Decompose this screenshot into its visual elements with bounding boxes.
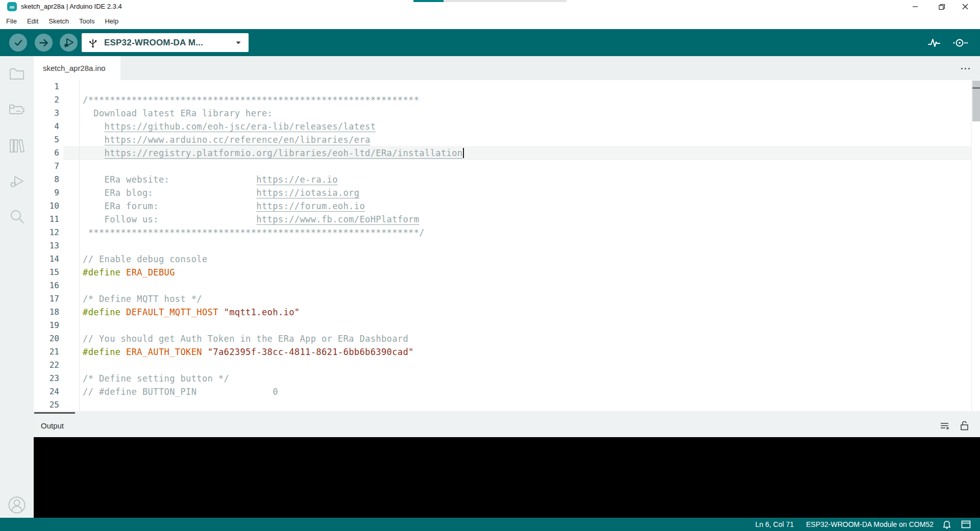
check-icon — [13, 38, 23, 48]
verify-button[interactable] — [9, 34, 27, 52]
code-line[interactable] — [83, 239, 971, 252]
code-line[interactable]: /***************************************… — [83, 93, 971, 107]
line-number[interactable]: 15 — [34, 266, 59, 279]
overview-cursor-marker — [972, 87, 980, 89]
menu-bar: File Edit Sketch Tools Help — [0, 13, 980, 29]
code-line[interactable] — [83, 80, 971, 93]
tab-sketch[interactable]: sketch_apr28a.ino — [34, 56, 120, 80]
line-number[interactable]: 22 — [34, 359, 59, 372]
line-number[interactable]: 11 — [34, 213, 59, 226]
minimize-icon — [912, 4, 918, 10]
board-port-status: ESP32-WROOM-DA Module on COM52 — [806, 520, 934, 528]
debug-button[interactable] — [60, 34, 78, 52]
line-number[interactable]: 16 — [34, 279, 59, 292]
output-console[interactable] — [34, 437, 980, 518]
editor-scrollbar[interactable] — [971, 80, 980, 411]
line-number[interactable]: 6 — [34, 146, 59, 160]
code-line[interactable]: #define ERA_DEBUG — [83, 266, 971, 279]
line-number[interactable]: 13 — [34, 239, 59, 252]
sidebar-item-debug[interactable] — [0, 163, 34, 199]
indent-guide — [79, 80, 80, 411]
board-selector-label: ESP32-WROOM-DA M... — [104, 38, 235, 48]
line-number[interactable]: 8 — [34, 173, 59, 186]
line-number[interactable]: 10 — [34, 199, 59, 213]
code-line[interactable]: ERa blog: https://iotasia.org — [83, 186, 971, 199]
line-number[interactable]: 9 — [34, 186, 59, 199]
notifications-button[interactable] — [943, 520, 951, 529]
code-line[interactable]: https://www.arduino.cc/reference/en/libr… — [83, 133, 971, 146]
line-number[interactable]: 2 — [34, 93, 59, 107]
line-number[interactable]: 12 — [34, 226, 59, 239]
line-number[interactable]: 25 — [34, 398, 59, 411]
toggle-panel-button[interactable] — [961, 520, 971, 528]
code-line[interactable] — [83, 359, 971, 372]
line-number[interactable]: 18 — [34, 306, 59, 319]
window-title: sketch_apr28a | Arduino IDE 2.3.4 — [21, 3, 122, 10]
search-icon — [9, 209, 25, 225]
menu-item-help[interactable]: Help — [100, 15, 124, 27]
sidebar-item-library-manager[interactable] — [0, 128, 34, 163]
debug-icon — [63, 37, 75, 48]
sidebar-item-boards-manager[interactable] — [0, 92, 34, 128]
scrollbar-thumb[interactable] — [972, 81, 980, 121]
code-line[interactable] — [83, 279, 971, 292]
line-number[interactable]: 21 — [34, 345, 59, 359]
code-line[interactable]: // #define BUTTON_PIN 0 — [83, 385, 971, 398]
line-number[interactable]: 4 — [34, 120, 59, 133]
code-line[interactable]: https://github.com/eoh-jsc/era-lib/relea… — [83, 120, 971, 133]
progress-bar-fill — [413, 0, 444, 2]
serial-monitor-button[interactable] — [950, 34, 969, 52]
menu-item-file[interactable]: File — [1, 15, 22, 27]
menu-item-edit[interactable]: Edit — [22, 15, 43, 27]
minimize-button[interactable] — [903, 0, 927, 13]
serial-plotter-button[interactable] — [925, 34, 943, 52]
chevron-down-icon — [235, 41, 241, 45]
code-line[interactable]: ERa website: https://e-ra.io — [83, 173, 971, 186]
code-line[interactable] — [83, 398, 971, 411]
line-number[interactable]: 20 — [34, 332, 59, 345]
code-line[interactable]: /* Define MQTT host */ — [83, 292, 971, 306]
serial-plotter-icon — [927, 37, 941, 49]
line-number[interactable]: 5 — [34, 133, 59, 146]
code-line[interactable]: Follow us: https://www.fb.com/EoHPlatfor… — [83, 213, 971, 226]
active-tab-indicator — [34, 412, 75, 414]
close-button[interactable] — [953, 0, 977, 13]
code-line[interactable]: #define ERA_AUTH_TOKEN "7a62395f-38cc-48… — [83, 345, 971, 359]
code-line[interactable] — [83, 160, 971, 173]
line-number[interactable]: 14 — [34, 252, 59, 266]
line-number[interactable]: 24 — [34, 385, 59, 398]
code-line[interactable]: // Enable debug console — [83, 252, 971, 266]
code-line[interactable]: #define DEFAULT_MQTT_HOST "mqtt1.eoh.io" — [83, 306, 971, 319]
restore-button[interactable] — [930, 0, 953, 13]
line-number[interactable]: 19 — [34, 319, 59, 332]
line-number[interactable]: 7 — [34, 160, 59, 173]
clear-output-button[interactable] — [940, 421, 950, 431]
upload-button[interactable] — [35, 34, 53, 52]
line-number[interactable]: 17 — [34, 292, 59, 306]
clear-output-icon — [940, 421, 950, 431]
board-selector[interactable]: ESP32-WROOM-DA M... — [82, 33, 249, 52]
line-number[interactable]: 23 — [34, 372, 59, 385]
text-cursor — [463, 148, 464, 158]
code-editor[interactable]: 1234567891011121314151617181920212223242… — [34, 80, 980, 411]
code-line[interactable]: ERa forum: https://forum.eoh.io — [83, 199, 971, 213]
sidebar-item-sketchbook[interactable] — [0, 56, 34, 92]
code-line[interactable]: ****************************************… — [83, 226, 971, 239]
bell-icon — [943, 520, 951, 529]
lock-scroll-button[interactable] — [960, 421, 969, 431]
title-bar: ∞ sketch_apr28a | Arduino IDE 2.3.4 — [0, 0, 980, 13]
sidebar-item-search[interactable] — [0, 199, 34, 235]
tab-overflow-menu[interactable] — [959, 64, 972, 73]
code-line[interactable] — [83, 319, 971, 332]
code-line[interactable]: /* Define setting button */ — [83, 372, 971, 385]
code-line[interactable]: https://registry.platformio.org/librarie… — [83, 146, 971, 160]
cursor-position: Ln 6, Col 71 — [755, 520, 794, 528]
menu-item-sketch[interactable]: Sketch — [43, 15, 74, 27]
line-number[interactable]: 1 — [34, 80, 59, 93]
menu-item-tools[interactable]: Tools — [74, 15, 100, 27]
code-area[interactable]: /***************************************… — [83, 80, 971, 411]
code-line[interactable]: // You should get Auth Token in the ERa … — [83, 332, 971, 345]
line-number[interactable]: 3 — [34, 107, 59, 120]
activity-sidebar — [0, 56, 34, 518]
code-line[interactable]: Download latest ERa library here: — [83, 107, 971, 120]
